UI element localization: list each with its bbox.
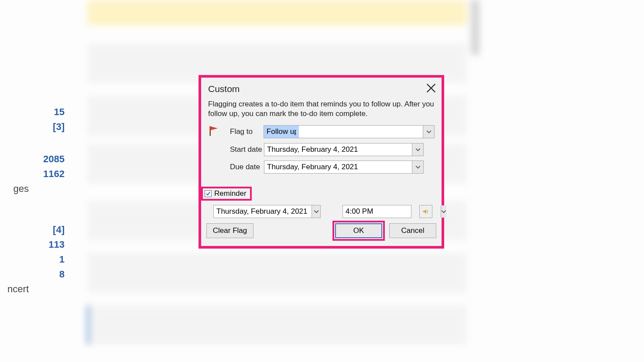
close-icon[interactable]: [425, 82, 437, 94]
ok-button-highlight: OK: [332, 221, 385, 241]
reminder-sound-button[interactable]: [419, 205, 432, 218]
count-113: 113: [0, 237, 70, 252]
custom-flag-dialog: Custom Flagging creates a to-do item tha…: [199, 75, 444, 249]
cancel-button[interactable]: Cancel: [389, 223, 436, 238]
count-inbox: 15: [0, 105, 70, 120]
flag-to-input[interactable]: [264, 126, 299, 138]
chevron-down-icon[interactable]: [412, 143, 423, 156]
count-big2: 1162: [0, 167, 70, 181]
reminder-date-input[interactable]: [214, 205, 312, 218]
left-label-1: ges: [0, 181, 34, 196]
count-8: 8: [0, 267, 70, 282]
chevron-down-icon[interactable]: [423, 126, 434, 138]
clear-flag-button[interactable]: Clear Flag: [206, 223, 253, 238]
count-1: 1: [0, 252, 70, 267]
due-date-label: Due date: [230, 163, 264, 171]
left-label-2: ncert: [0, 282, 34, 297]
reminder-date-combo[interactable]: [213, 205, 321, 218]
count-bracket1: [3]: [0, 120, 70, 134]
dialog-title: Custom: [208, 84, 435, 94]
start-date-combo[interactable]: [264, 143, 424, 156]
count-big1: 2085: [0, 152, 70, 167]
due-date-combo[interactable]: [264, 161, 424, 174]
reminder-time-combo[interactable]: [343, 205, 411, 218]
start-date-label: Start date: [230, 145, 264, 154]
start-date-input[interactable]: [264, 143, 412, 156]
flag-icon: [208, 125, 220, 139]
chevron-down-icon[interactable]: [312, 205, 320, 218]
dialog-description: Flagging creates a to-do item that remin…: [208, 99, 435, 119]
count-bracket2: [4]: [0, 222, 70, 237]
left-nav-counts: 15 [3] 2085 1162 ges [4] 113 1 8 ncert: [0, 105, 70, 297]
chevron-down-icon[interactable]: [441, 205, 446, 218]
due-date-input[interactable]: [264, 161, 412, 173]
reminder-checkbox-highlight: Reminder: [201, 187, 252, 201]
ok-button[interactable]: OK: [335, 223, 382, 238]
flag-to-combo[interactable]: [264, 125, 435, 138]
chevron-down-icon[interactable]: [412, 161, 423, 173]
flag-to-label: Flag to: [230, 127, 264, 136]
reminder-label: Reminder: [214, 189, 247, 198]
reminder-checkbox[interactable]: [205, 190, 212, 197]
